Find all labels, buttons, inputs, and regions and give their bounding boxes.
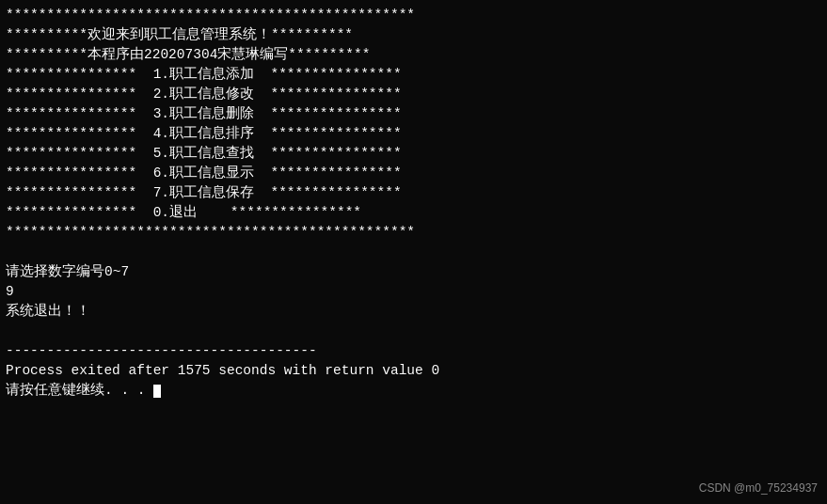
terminal-line-10: **************** 7.职工信息保存 **************… [6,183,821,203]
terminal-line-9: **************** 6.职工信息显示 **************… [6,164,821,183]
terminal-line-blank2 [6,322,821,341]
terminal-line-4: **************** 1.职工信息添加 **************… [6,65,821,85]
terminal-window: ****************************************… [0,0,827,504]
terminal-line-6: **************** 3.职工信息删除 **************… [6,104,821,124]
terminal-line-5: **************** 2.职工信息修改 **************… [6,85,821,104]
terminal-process-exit: Process exited after 1575 seconds with r… [6,361,821,381]
terminal-cursor [153,385,161,398]
terminal-separator: -------------------------------------- [6,341,821,361]
csdn-watermark: CSDN @m0_75234937 [699,481,818,495]
terminal-input-line: 9 [6,282,821,302]
terminal-line-11: **************** 0.退出 **************** [6,203,821,223]
terminal-line-3: **********本程序由220207304宋慧琳编写********** [6,45,821,65]
terminal-line-blank1 [6,243,821,262]
terminal-line-7: **************** 4.职工信息排序 **************… [6,124,821,144]
terminal-content: ****************************************… [6,4,821,401]
terminal-line-2: **********欢迎来到职工信息管理系统！********** [6,25,821,45]
terminal-line-8: **************** 5.职工信息查找 **************… [6,144,821,164]
terminal-prompt-line: 请选择数字编号0~7 [6,262,821,282]
terminal-continue-prompt[interactable]: 请按任意键继续. . . [6,381,821,401]
terminal-exit-line: 系统退出！！ [6,302,821,322]
terminal-line-12: ****************************************… [6,223,821,243]
terminal-line-1: ****************************************… [6,6,821,25]
